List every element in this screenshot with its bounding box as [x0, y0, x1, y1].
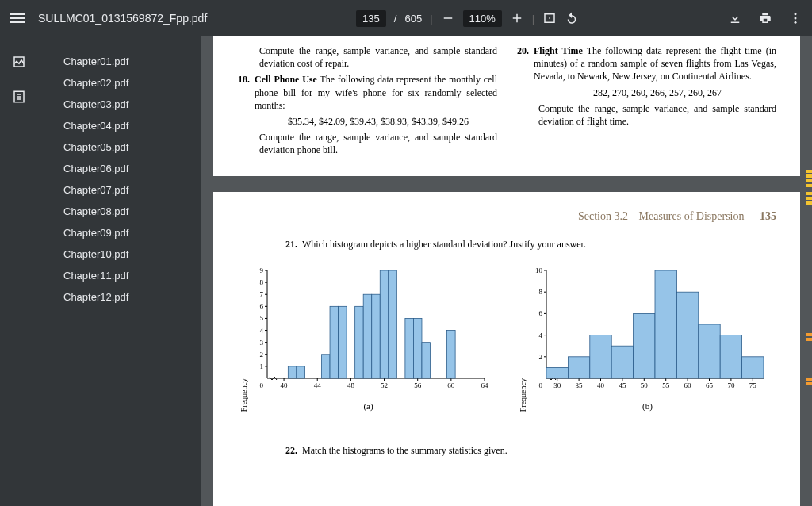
outline-tab[interactable]	[0, 79, 38, 114]
svg-text:5: 5	[259, 314, 263, 322]
svg-point-5	[795, 13, 797, 15]
svg-point-7	[795, 21, 797, 24]
download-button[interactable]	[728, 11, 742, 25]
bookmark-item[interactable]: Chapter01.pdf	[60, 51, 195, 72]
problem-number: 20.	[516, 44, 534, 83]
chart-ylabel: Frequency	[516, 355, 529, 412]
svg-rect-51	[330, 306, 339, 378]
svg-rect-60	[421, 342, 430, 378]
problem-body: Match the histograms to the summary stat…	[302, 444, 508, 457]
bookmark-item[interactable]: Chapter08.pdf	[60, 201, 195, 222]
svg-rect-99	[633, 313, 654, 378]
zoom-level-input[interactable]: 110%	[463, 10, 502, 27]
svg-text:4: 4	[259, 326, 263, 334]
svg-text:1: 1	[259, 362, 263, 370]
svg-text:8: 8	[538, 288, 542, 296]
svg-text:0: 0	[259, 381, 263, 389]
svg-text:30: 30	[553, 381, 561, 389]
bookmark-item[interactable]: Chapter06.pdf	[60, 158, 195, 179]
histogram-a: 123456789404448525660640	[250, 266, 488, 393]
svg-text:2: 2	[538, 352, 542, 360]
svg-text:70: 70	[727, 381, 735, 389]
zoom-in-button[interactable]	[510, 11, 524, 25]
svg-rect-48	[288, 366, 297, 378]
svg-text:6: 6	[259, 302, 263, 310]
svg-text:65: 65	[706, 381, 714, 389]
svg-rect-102	[698, 324, 719, 378]
bookmark-item[interactable]: Chapter09.pdf	[60, 222, 195, 243]
thumbnails-tab[interactable]	[0, 44, 38, 79]
svg-rect-50	[321, 354, 330, 378]
svg-text:8: 8	[259, 278, 263, 286]
svg-rect-98	[611, 346, 633, 378]
svg-rect-100	[655, 270, 676, 378]
svg-rect-59	[413, 318, 422, 378]
svg-text:3: 3	[259, 338, 263, 346]
svg-text:52: 52	[381, 381, 388, 389]
bookmark-item[interactable]: Chapter10.pdf	[60, 243, 195, 265]
pdf-page: Section 3.2 Measures of Dispersion 135 2…	[213, 192, 800, 507]
svg-rect-101	[676, 292, 698, 378]
svg-rect-56	[380, 270, 389, 378]
svg-text:0: 0	[538, 381, 542, 389]
svg-rect-95	[546, 367, 568, 378]
bookmark-item[interactable]: Chapter04.pdf	[60, 115, 195, 136]
svg-text:6: 6	[538, 309, 542, 317]
pdf-toolbar: SULLMC01_0131569872_Fpp.pdf 135 / 605 | …	[0, 0, 812, 36]
svg-text:75: 75	[749, 381, 756, 389]
svg-rect-54	[363, 294, 372, 378]
svg-text:9: 9	[259, 266, 263, 274]
edge-thumb-marks	[804, 73, 812, 506]
running-header: Section 3.2 Measures of Dispersion 135	[237, 209, 776, 224]
histogram-b: 246810303540455055606570750	[529, 266, 767, 393]
svg-text:44: 44	[313, 381, 321, 389]
svg-rect-0	[443, 17, 452, 19]
svg-rect-58	[404, 318, 413, 378]
more-options-button[interactable]	[788, 11, 802, 25]
svg-text:40: 40	[280, 381, 288, 389]
svg-text:60: 60	[447, 381, 455, 389]
bookmark-item[interactable]: Chapter12.pdf	[60, 286, 195, 308]
problem-data: $35.34, $42.09, $39.43, $38.93, $43.39, …	[259, 115, 497, 128]
pdf-viewport[interactable]: Compute the range, sample variance, and …	[201, 36, 812, 506]
charts-row: Frequency 123456789404448525660640 (a) F…	[237, 266, 776, 412]
svg-text:60: 60	[684, 381, 691, 389]
svg-rect-96	[568, 356, 589, 378]
bookmark-item[interactable]: Chapter02.pdf	[60, 72, 195, 94]
document-filename: SULLMC01_0131569872_Fpp.pdf	[38, 12, 207, 25]
bookmark-item[interactable]: Chapter05.pdf	[60, 136, 195, 158]
fit-page-button[interactable]	[542, 11, 557, 25]
svg-text:4: 4	[538, 331, 542, 339]
svg-rect-52	[338, 306, 347, 378]
problem-data: 282, 270, 260, 266, 257, 260, 267	[538, 86, 776, 99]
svg-rect-53	[354, 306, 363, 378]
svg-rect-57	[388, 270, 396, 378]
problem-title: Flight Time	[534, 45, 583, 56]
problem-17-tail: Compute the range, sample variance, and …	[259, 44, 497, 70]
print-button[interactable]	[758, 11, 772, 25]
page-separator: /	[394, 13, 397, 25]
svg-rect-103	[720, 335, 741, 378]
svg-rect-4	[549, 17, 550, 19]
svg-text:10: 10	[535, 266, 543, 274]
bookmark-item[interactable]: Chapter03.pdf	[60, 94, 195, 115]
rotate-button[interactable]	[565, 11, 579, 25]
zoom-out-button[interactable]	[441, 11, 455, 25]
svg-text:56: 56	[414, 381, 422, 389]
sidebar: Chapter01.pdf Chapter02.pdf Chapter03.pd…	[0, 36, 201, 506]
menu-icon[interactable]	[10, 11, 25, 25]
svg-text:50: 50	[640, 381, 648, 389]
svg-text:48: 48	[347, 381, 354, 389]
page-number-input[interactable]: 135	[356, 10, 386, 27]
svg-rect-104	[741, 356, 763, 378]
chart-caption: (b)	[529, 401, 767, 412]
problem-number: 18.	[237, 73, 255, 112]
svg-rect-2	[513, 17, 522, 19]
chart-ylabel: Frequency	[237, 355, 250, 412]
problem-tail: Compute the range, sample variance, and …	[259, 131, 497, 156]
page-total: 605	[404, 13, 422, 25]
bookmark-item[interactable]: Chapter07.pdf	[60, 179, 195, 201]
bookmark-item[interactable]: Chapter11.pdf	[60, 265, 195, 286]
svg-text:55: 55	[662, 381, 670, 389]
svg-rect-61	[446, 330, 455, 378]
